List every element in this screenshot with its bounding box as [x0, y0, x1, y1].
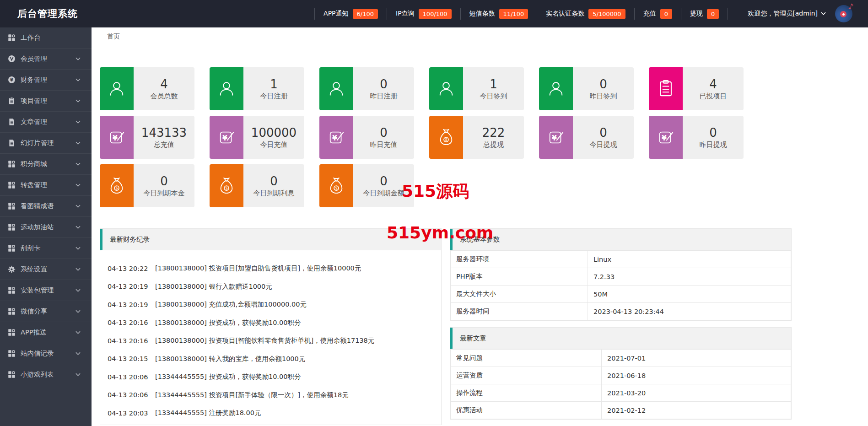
sidebar-item[interactable]: 系统设置 — [0, 259, 92, 280]
sidebar-item-label: 小游戏列表 — [21, 370, 75, 379]
stat-card: 4会员总数 — [100, 67, 194, 110]
sidebar-item[interactable]: 运动加油站 — [0, 217, 92, 238]
chevron-down-icon — [75, 247, 81, 250]
divider — [387, 8, 387, 20]
sidebar-item[interactable]: 会员管理 — [0, 49, 92, 70]
sidebar-item-label: 会员管理 — [21, 54, 75, 63]
stat-label: 今日充值 — [260, 141, 288, 149]
sidebar-item[interactable]: APP推送 — [0, 322, 92, 343]
avatar[interactable]: ♪ — [835, 5, 852, 22]
chevron-down-icon — [75, 226, 81, 229]
chevron-down-icon — [75, 183, 81, 187]
sidebar-item-label: 转盘管理 — [21, 181, 75, 189]
divider — [634, 8, 635, 20]
header-stat[interactable]: APP通知6/100 — [323, 9, 378, 19]
sidebar-item[interactable]: 文章管理 — [0, 112, 92, 133]
finance-record: 04-13 20:19[13800138000] 充值成功,金额增加100000… — [108, 296, 434, 314]
sidebar-item[interactable]: 看图猜成语 — [0, 196, 92, 217]
sidebar-item[interactable]: 幻灯片管理 — [0, 133, 92, 154]
chevron-down-icon — [75, 205, 81, 208]
grid-icon — [8, 160, 16, 168]
chevron-down-icon — [75, 331, 81, 334]
article-title[interactable]: 操作流程 — [451, 384, 602, 402]
chevron-down-icon — [75, 268, 81, 271]
sidebar-menu: 工作台会员管理¥财务管理项目管理文章管理幻灯片管理积分商城转盘管理看图猜成语运动… — [0, 27, 92, 385]
sidebar-item[interactable]: ¥财务管理 — [0, 70, 92, 91]
sidebar-item-label: 文章管理 — [21, 118, 75, 126]
header-stat[interactable]: IP查询100/100 — [396, 9, 452, 19]
article-title[interactable]: 运营资质 — [451, 367, 602, 384]
grid-icon — [8, 350, 16, 357]
sidebar-item[interactable]: 小游戏列表 — [0, 364, 92, 385]
system-params-table: 服务器环境LinuxPHP版本7.2.33最大文件大小50M服务器时间2023-… — [450, 250, 791, 320]
record-disc-icon — [840, 11, 846, 17]
svg-text:$: $ — [445, 137, 447, 142]
chevron-down-icon — [75, 162, 81, 166]
header-stat[interactable]: 短信条数11/100 — [469, 9, 528, 19]
param-value: 2023-04-13 20:23:44 — [588, 303, 791, 320]
chevron-down-icon — [75, 120, 81, 124]
sidebar-item[interactable]: 工作台 — [0, 27, 92, 49]
stat-card: 1今日签到 — [429, 67, 524, 110]
param-value: 50M — [588, 286, 791, 303]
sidebar-item-label: 运动加油站 — [21, 223, 75, 232]
chevron-down-icon — [75, 373, 81, 377]
header-stat[interactable]: 提现0 — [690, 9, 719, 19]
param-value: 7.2.33 — [588, 268, 791, 286]
stat-value: 0 — [599, 78, 607, 91]
article-date: 2021-02-12 — [602, 402, 791, 419]
article-date: 2021-07-01 — [602, 350, 791, 367]
stat-value: 100000 — [251, 126, 297, 140]
header-stat[interactable]: 实名认证条数5/100000 — [546, 9, 625, 19]
user-menu[interactable]: 欢迎您，管理员[admin] — [748, 10, 826, 18]
table-row: 操作流程2021-03-20 — [451, 384, 791, 402]
finance-record: 04-13 20:06[13344445555] 投资项目[新手体验（限一次）]… — [108, 386, 434, 404]
circle-yen-icon: ¥ — [8, 76, 16, 84]
sidebar-item[interactable]: 站内信记录 — [0, 343, 92, 364]
header-stat-badge: 0 — [707, 9, 719, 19]
stat-card: ¥0今日提现 — [539, 116, 634, 159]
latest-articles-table: 常见问题2021-07-01运营资质2021-06-18操作流程2021-03-… — [450, 349, 791, 419]
sidebar-item[interactable]: 项目管理 — [0, 91, 92, 112]
stat-value: 143133 — [141, 126, 187, 140]
stat-cards: 4会员总数1今日注册0昨日注册1今日签到0昨日签到4已投项目¥143133总充值… — [100, 67, 868, 207]
stat-value: 0 — [380, 126, 388, 140]
sidebar-item[interactable]: 微信分享 — [0, 301, 92, 322]
record-time: 04-13 20:16 — [108, 319, 148, 326]
stat-label: 昨日签到 — [590, 92, 617, 100]
chevron-down-icon — [75, 99, 81, 103]
stat-value: 4 — [160, 78, 168, 91]
breadcrumb[interactable]: 首页 — [107, 32, 120, 41]
stat-card: $0今日到期利息 — [210, 164, 304, 207]
svg-text:¥: ¥ — [10, 77, 13, 82]
sidebar-item[interactable]: 转盘管理 — [0, 175, 92, 196]
header-stat[interactable]: 充值0 — [643, 9, 672, 19]
svg-text:¥: ¥ — [222, 134, 227, 142]
sidebar-item-label: 系统设置 — [21, 265, 75, 274]
user-icon — [100, 67, 134, 110]
stat-label: 会员总数 — [151, 92, 178, 100]
sidebar-item[interactable]: 积分商城 — [0, 154, 92, 175]
param-value: Linux — [588, 251, 791, 268]
user-icon — [539, 67, 573, 110]
sidebar-item[interactable]: 安装包管理 — [0, 280, 92, 301]
article-title[interactable]: 常见问题 — [451, 350, 602, 367]
latest-articles-panel: 最新文章 常见问题2021-07-01运营资质2021-06-18操作流程202… — [450, 327, 792, 420]
right-column: 系统基本参数 服务器环境LinuxPHP版本7.2.33最大文件大小50M服务器… — [450, 228, 792, 425]
sidebar-item[interactable]: 刮刮卡 — [0, 238, 92, 259]
system-params-panel: 系统基本参数 服务器环境LinuxPHP版本7.2.33最大文件大小50M服务器… — [450, 228, 792, 321]
chevron-down-icon — [75, 289, 81, 292]
panel-title: 最新文章 — [450, 328, 791, 349]
svg-text:¥: ¥ — [552, 134, 557, 142]
app-title: 后台管理系统 — [17, 7, 78, 20]
circle-v-icon — [8, 55, 16, 63]
record-time: 04-13 20:19 — [108, 301, 148, 308]
article-title[interactable]: 优惠活动 — [451, 402, 602, 419]
stat-card: $0今日到期本金 — [100, 164, 194, 207]
sidebar-item-label: 积分商城 — [21, 160, 75, 168]
stat-card: $222总提现 — [429, 116, 524, 159]
panel-title: 最新财务纪录 — [100, 229, 441, 250]
grid-icon — [8, 371, 16, 378]
grid-icon — [8, 181, 16, 189]
record-time: 04-13 20:15 — [108, 355, 148, 362]
